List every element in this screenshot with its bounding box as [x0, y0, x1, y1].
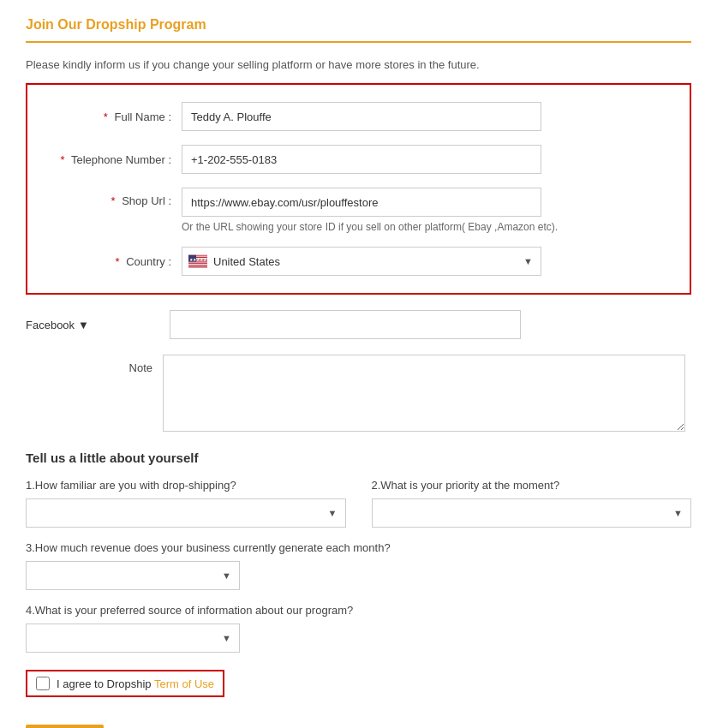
tell-us-title: Tell us a little about yourself	[26, 451, 691, 465]
full-name-label: * Full Name :	[45, 110, 182, 123]
question-4-select-wrapper: ▼	[26, 624, 240, 653]
country-row: * Country :	[45, 247, 672, 276]
question-2-label: 2.What is your priority at the moment?	[372, 479, 692, 492]
facebook-dropdown-arrow: ▼	[78, 319, 89, 331]
terms-link[interactable]: Term of Use	[154, 677, 214, 690]
country-label: * Country :	[45, 255, 182, 268]
question-4-row: 4.What is your preferred source of infor…	[26, 604, 691, 653]
agreement-wrapper: I agree to Dropship Term of Use	[26, 670, 691, 711]
question-2-block: 2.What is your priority at the moment? ▼	[372, 479, 692, 528]
question-3-select[interactable]	[26, 561, 240, 590]
note-row: Note	[26, 355, 691, 432]
required-section: * Full Name : * Telephone Number : * Sho…	[26, 83, 691, 295]
question-3-select-wrapper: ▼	[26, 561, 240, 590]
telephone-input[interactable]	[182, 145, 541, 174]
agree-checkbox[interactable]	[36, 677, 50, 690]
note-label: Note	[26, 355, 163, 374]
country-input-col: ★★★★★★ United States Canada United Kingd…	[182, 247, 672, 276]
shop-url-input[interactable]	[182, 188, 541, 217]
facebook-dropdown-button[interactable]: Facebook ▼	[26, 319, 89, 331]
question-2-select[interactable]	[372, 498, 692, 528]
country-select[interactable]: United States Canada United Kingdom Aust…	[182, 247, 541, 276]
tell-us-section: Tell us a little about yourself 1.How fa…	[26, 451, 691, 653]
facebook-label-col: Facebook ▼	[26, 319, 163, 331]
country-select-wrapper: ★★★★★★ United States Canada United Kingd…	[182, 247, 541, 276]
question-1-select[interactable]	[26, 498, 346, 528]
submit-button[interactable]: Submit	[26, 725, 104, 728]
required-star-url: *	[111, 194, 116, 207]
shop-url-input-col: Or the URL showing your store ID if you …	[182, 188, 672, 233]
full-name-input[interactable]	[182, 102, 541, 131]
telephone-row: * Telephone Number :	[45, 145, 672, 174]
shop-url-label: * Shop Url :	[45, 188, 182, 207]
telephone-input-col	[182, 145, 672, 174]
notice-text: Please kindly inform us if you change yo…	[26, 58, 691, 71]
full-name-input-col	[182, 102, 672, 131]
question-3-row: 3.How much revenue does your business cu…	[26, 541, 691, 590]
required-star-tel: *	[60, 153, 64, 166]
required-star: *	[104, 110, 108, 123]
question-2-select-wrapper: ▼	[372, 498, 692, 528]
shop-url-hint: Or the URL showing your store ID if you …	[182, 221, 672, 233]
page-title: Join Our Dropship Program	[26, 17, 691, 43]
facebook-row: Facebook ▼	[26, 310, 691, 339]
question-1-select-wrapper: ▼	[26, 498, 346, 528]
facebook-input[interactable]	[170, 310, 521, 339]
telephone-label: * Telephone Number :	[45, 153, 182, 166]
question-3-label: 3.How much revenue does your business cu…	[26, 541, 691, 554]
full-name-row: * Full Name :	[45, 102, 672, 131]
agreement-row: I agree to Dropship Term of Use	[26, 670, 224, 697]
note-textarea[interactable]	[163, 355, 685, 432]
shop-url-row: * Shop Url : Or the URL showing your sto…	[45, 188, 672, 233]
questions-grid-1: 1.How familiar are you with drop-shippin…	[26, 479, 691, 528]
question-1-label: 1.How familiar are you with drop-shippin…	[26, 479, 346, 492]
facebook-label: Facebook	[26, 319, 75, 331]
question-4-label: 4.What is your preferred source of infor…	[26, 604, 691, 617]
question-1-block: 1.How familiar are you with drop-shippin…	[26, 479, 346, 528]
question-4-select[interactable]	[26, 624, 240, 653]
required-star-country: *	[116, 255, 120, 268]
agree-text: I agree to Dropship Term of Use	[57, 677, 214, 690]
